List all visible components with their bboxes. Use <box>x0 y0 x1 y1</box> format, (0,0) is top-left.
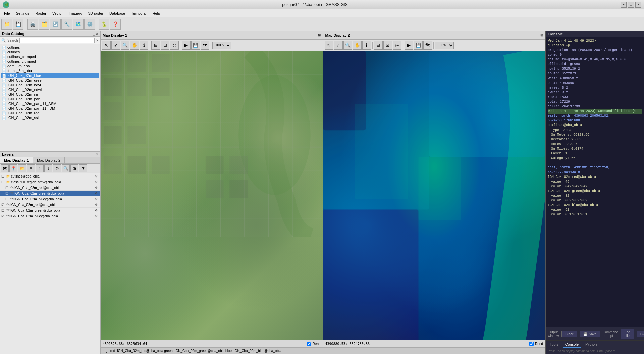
map2-zoom-region-btn[interactable]: ◎ <box>393 41 401 50</box>
map1-info-btn[interactable]: ℹ <box>140 41 148 50</box>
print-btn[interactable]: 🖨️ <box>27 19 38 30</box>
map1-save-btn[interactable]: 💾 <box>191 41 200 50</box>
menu-settings[interactable]: Settings <box>13 11 32 16</box>
catalog-item-ign-nir[interactable]: 📄 IGN_Cba_02m_nir <box>1 92 99 97</box>
map-btn[interactable]: 🗺️ <box>73 19 84 30</box>
menu-database[interactable]: Database <box>107 11 128 16</box>
catalog-item-cutlines-clumped1[interactable]: 📄 cutlines_clumped <box>1 54 99 59</box>
catalog-item-ign-ndvi[interactable]: 📄 IGN_Cba_02m_ndvi <box>1 83 99 87</box>
map2-pan-btn[interactable]: ✋ <box>353 41 362 50</box>
map1-render-btn[interactable]: ▶ <box>182 41 191 50</box>
layer-group-cutlines[interactable]: ☐ 📂 cutlines@cba_obia ⚙ <box>0 173 100 179</box>
layer-props-btn[interactable]: ⚙ <box>53 164 61 172</box>
layer-check-green-grp[interactable]: ☑ <box>5 192 9 195</box>
catalog-minimize-btn[interactable]: _ <box>93 32 95 36</box>
map1-pointer-btn[interactable]: ↖ <box>102 41 111 50</box>
map-display-2-close[interactable]: ⊞ <box>540 33 543 37</box>
layer-more-btn[interactable]: ▼ <box>79 164 87 172</box>
layer-settings-1[interactable]: ⚙ <box>94 174 99 178</box>
map2-pointer-btn[interactable]: ↖ <box>325 41 333 50</box>
map2-save-btn[interactable]: 💾 <box>414 41 423 50</box>
catalog-item-dem[interactable]: 📄 dem_5m_cba <box>1 64 99 68</box>
add-vector-btn[interactable]: 📍 <box>9 164 17 172</box>
console-tab-tools[interactable]: Tools <box>548 342 560 348</box>
catalog-item-cutlines1[interactable]: 📄 cutlines <box>1 45 99 50</box>
layers-close-btn[interactable]: × <box>96 153 98 156</box>
menu-file[interactable]: File <box>1 11 13 16</box>
clear-search-btn[interactable]: ✕ <box>96 39 99 42</box>
catalog-item-ign-blue[interactable]: 📄 IGN_Cba_02m_blue <box>1 73 99 78</box>
catalog-item-cutlines2[interactable]: 📄 cutlines <box>1 50 99 54</box>
tab-map-display-1[interactable]: Map Display 1 <box>0 157 33 163</box>
map2-display-dropdown[interactable]: 100% 50% <box>435 42 454 49</box>
catalog-item-ign-pan[interactable]: 📄 IGN_Cba_02m_pan <box>1 97 99 101</box>
output-save-button[interactable]: 💾 Save <box>580 331 600 337</box>
console-tab-console[interactable]: Console <box>563 342 581 348</box>
layer-ign-red-grp[interactable]: ☐ 🗺 IGN_Cba_02m_red@cba_obia ⚙ <box>0 185 100 191</box>
layer-settings-5[interactable]: ⚙ <box>94 197 99 201</box>
map1-canvas[interactable] <box>101 51 323 340</box>
layer-check-blue-grp[interactable]: ☐ <box>5 197 9 201</box>
layer-ign-green-grp[interactable]: ☑ 🗺 IGN_Cba_02m_green@cba_obia ⚙ <box>0 191 100 196</box>
layer-settings-4[interactable]: ⚙ <box>94 191 99 195</box>
map1-display-dropdown[interactable]: 100% 50% 200% <box>212 42 231 49</box>
map1-select-btn[interactable]: ⤢ <box>111 41 120 50</box>
maximize-button[interactable]: □ <box>628 2 634 8</box>
log-file-button[interactable]: Log file <box>621 329 634 339</box>
save-btn[interactable]: 💾 <box>13 19 23 30</box>
move-down-btn[interactable]: ↓ <box>44 164 52 172</box>
output-clear-button[interactable]: Clear <box>561 331 577 337</box>
layers-minimize-btn[interactable]: _ <box>93 153 95 156</box>
tab-map-display-2[interactable]: Map Display 2 <box>33 157 65 163</box>
layer-check-red[interactable]: ☑ <box>1 203 5 207</box>
layer-settings-3[interactable]: ⚙ <box>94 186 99 190</box>
map2-render-btn[interactable]: ▶ <box>405 41 413 50</box>
console-output[interactable]: Wed Jan 4 11:48:49 2023} g.region -p pro… <box>546 37 644 327</box>
layer-ign-green[interactable]: ☑ 🗺 IGN_Cba_02m_green@cba_obia ⚙ <box>0 208 100 213</box>
map2-3d-btn[interactable]: 🗺 <box>423 41 432 50</box>
layer-check-green[interactable]: ☑ <box>1 209 5 212</box>
menu-vector[interactable]: Vector <box>50 11 65 16</box>
catalog-item-ign-ndwi[interactable]: 📄 IGN_Cba_02m_ndwi <box>1 87 99 92</box>
minimize-button[interactable]: − <box>621 2 627 8</box>
catalog-item-ign-red[interactable]: 📄 IGN_Cba_02m_red <box>1 111 99 115</box>
layer-settings-6[interactable]: ⚙ <box>94 203 99 207</box>
map2-rend-check[interactable] <box>529 342 534 346</box>
menu-raster[interactable]: Raster <box>33 11 49 16</box>
map1-3d-btn[interactable]: 🗺 <box>201 41 209 50</box>
layer-settings-8[interactable]: ⚙ <box>94 214 99 218</box>
menu-help[interactable]: Help <box>150 11 163 16</box>
catalog-item-ign-pan-asm[interactable]: 📄 IGN_Cba_02m_pan_11_ASM <box>1 101 99 106</box>
remove-layer-btn[interactable]: ✕ <box>27 164 35 172</box>
catalog-item-ign-ssi[interactable]: 📄 IGN_Cba_02m_ssi <box>1 115 99 120</box>
map1-pan-btn[interactable]: ✋ <box>130 41 139 50</box>
help-btn[interactable]: ❓ <box>110 19 121 30</box>
map1-zoom-sel-btn[interactable]: ⊡ <box>161 41 169 50</box>
layer-check-red-grp[interactable]: ☐ <box>5 186 9 190</box>
map2-zoomin-btn[interactable]: 🔍 <box>343 41 352 50</box>
layer-check-cutlines[interactable]: ☐ <box>1 174 5 178</box>
add-raster-btn[interactable]: 🗺 <box>1 164 9 172</box>
console-tab-python[interactable]: Python <box>583 342 599 348</box>
layer-btn[interactable]: 🗂️ <box>39 19 49 30</box>
layer-group-class[interactable]: ☐ 📂 class_full_region_smv@cba_obia ⚙ <box>0 179 100 185</box>
add-group-btn[interactable]: 📂 <box>18 164 26 172</box>
search-input[interactable] <box>19 38 95 43</box>
layer-opacity-btn[interactable]: ◑ <box>70 164 78 172</box>
reload-btn[interactable]: 🔄 <box>50 19 61 30</box>
layer-check-class[interactable]: ☐ <box>1 180 5 184</box>
layer-check-blue[interactable]: ☑ <box>1 214 5 218</box>
settings-btn[interactable]: ⚙️ <box>84 19 95 30</box>
map1-rend-check[interactable] <box>307 342 311 346</box>
python-btn[interactable]: 🐍 <box>99 19 109 30</box>
close-button[interactable]: × <box>635 2 641 8</box>
map2-zoom-all-btn[interactable]: ⊞ <box>374 41 383 50</box>
map2-info-btn[interactable]: ℹ <box>362 41 371 50</box>
layer-ign-red[interactable]: ☑ 🗺 IGN_Cba_02m_red@cba_obia ⚙ <box>0 202 100 208</box>
catalog-item-ign-pan-idm[interactable]: 📄 IGN_Cba_02m_pan_11_IDM <box>1 106 99 111</box>
map2-select-btn[interactable]: ⤢ <box>334 41 343 50</box>
map1-zoomin-btn[interactable]: 🔍 <box>121 41 129 50</box>
new-btn[interactable]: 📁 <box>1 19 12 30</box>
catalog-item-forms[interactable]: 📄 forms_5m_cba <box>1 68 99 73</box>
menu-3draster[interactable]: 3D raster <box>86 11 106 16</box>
